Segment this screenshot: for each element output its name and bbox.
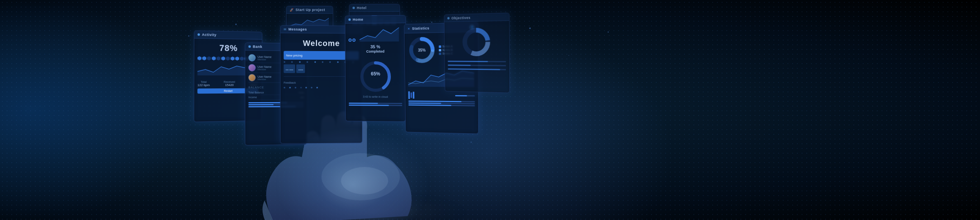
messages-title: Messages <box>289 27 307 31</box>
stat-bar-1 <box>408 91 410 99</box>
dot-3 <box>299 61 301 63</box>
total-balance-label: Total Balance <box>249 91 264 94</box>
bg-glow-left <box>0 0 196 220</box>
avatar-1 <box>249 54 256 61</box>
avatar-1-text: User Name Member <box>258 55 272 61</box>
dot2-1 <box>284 87 285 88</box>
dot-5 <box>314 61 316 63</box>
metric-total-label: Total <box>198 81 210 83</box>
dot2-2 <box>289 87 291 88</box>
home-mini-bar-fill-1 <box>349 103 378 104</box>
new-pricing-label: New pricing <box>286 53 303 57</box>
dot-8 <box>337 61 339 63</box>
obj-bar-1 <box>448 61 506 62</box>
dot2-3 <box>295 87 296 88</box>
income-label: Income <box>249 96 257 99</box>
rocket-icon: 🚀 <box>290 8 294 11</box>
circle-indicator-2 <box>352 38 356 42</box>
metric-total: Total 122 bpm <box>198 80 210 87</box>
legend-color-2 <box>439 49 441 51</box>
stats-bar-fill-3 <box>408 104 451 106</box>
bank-dot <box>249 45 251 48</box>
stats-row-1 <box>408 91 475 99</box>
completed-container: 35 % Completed <box>348 44 402 55</box>
home-dot <box>348 18 351 21</box>
panel-home: Home 35 % Completed <box>345 15 406 122</box>
startup-title: Start Up project <box>296 8 325 12</box>
avatar-2-text: User Name Member <box>258 65 272 70</box>
metric-received-value: 15420 <box>224 83 235 87</box>
messages-icon: ✉ <box>284 28 287 31</box>
tag-2: ••••• <box>296 64 305 73</box>
mini-bar-fill-2 <box>249 104 274 105</box>
stats-bottom-bars <box>408 101 475 106</box>
completed-percentage: 35 % <box>370 44 380 50</box>
objectives-list <box>448 60 506 71</box>
legend-color-3 <box>439 52 441 55</box>
hex-2 <box>202 56 206 60</box>
avatar-2 <box>249 64 256 71</box>
progress-ring-container: 65% 3:43 to write in cloud <box>348 57 402 101</box>
dot-6 <box>322 61 323 63</box>
stats-mini-bar-fill-1 <box>455 95 467 96</box>
ui-cards-area: 🚀 Start Up project Hotel <box>176 4 627 208</box>
stats-col-1 <box>408 91 415 99</box>
home-bar-rows <box>349 103 402 106</box>
stats-bar-fill-2 <box>408 103 441 104</box>
svg-text:35%: 35% <box>418 48 426 52</box>
avatar-2-name: User Name <box>258 65 272 68</box>
objectives-dot <box>447 17 450 19</box>
activity-dot <box>198 33 200 36</box>
activity-percentage: 78% <box>219 43 238 53</box>
main-scene: 🚀 Start Up project Hotel <box>0 0 980 220</box>
dot-1 <box>284 61 285 63</box>
home-title: Home <box>353 18 363 22</box>
objectives-content <box>445 21 509 73</box>
stat-bar-3 <box>413 92 414 99</box>
dot2-5 <box>305 87 307 88</box>
stats-col-2 <box>455 92 475 99</box>
dot-7 <box>329 61 331 63</box>
donut-chart: 35% <box>408 35 437 65</box>
avatar-1-role: Member <box>258 58 272 60</box>
bank-title: Bank <box>253 45 262 49</box>
tag-2-text: ••••• <box>298 68 303 71</box>
home-mini-bar-1 <box>349 103 402 104</box>
circle-indicator-1 <box>348 38 352 42</box>
home-mini-chart <box>356 26 403 42</box>
progress-ring-svg: 65% <box>358 59 393 94</box>
home-header: Home <box>345 16 406 24</box>
stats-bar-row-3 <box>408 104 475 106</box>
hex-9 <box>235 57 239 60</box>
hex-7 <box>226 57 230 60</box>
stats-mini-bar-1 <box>455 95 475 96</box>
dot-4 <box>307 61 308 63</box>
obj-bar-3 <box>448 68 506 70</box>
stats-icon: ✕ <box>407 27 410 30</box>
feedback-label: Feedback <box>284 81 296 84</box>
hex-10 <box>240 57 244 60</box>
activity-title: Activity <box>202 33 216 37</box>
hex-4 <box>212 57 216 60</box>
obj-bar-fill-3 <box>448 68 500 70</box>
avatar-3 <box>249 74 256 81</box>
hotel-title: Hotel <box>357 6 367 10</box>
hex-3 <box>207 56 211 60</box>
home-bars-container <box>348 26 402 42</box>
stats-bar-fill-1 <box>408 101 461 102</box>
avatar-3-role: Member <box>258 78 272 80</box>
obj-bar-fill-1 <box>448 61 488 62</box>
hex-5 <box>216 57 220 60</box>
avatar-3-name: User Name <box>258 75 272 78</box>
cloud-label: 3:43 to write in cloud <box>363 95 388 98</box>
objectives-title: Objectives <box>452 16 471 20</box>
stats-bar-row-1 <box>408 101 475 103</box>
statistics-title: Statistics <box>412 26 429 31</box>
startup-header: 🚀 Start Up project <box>287 6 333 14</box>
tag-1-text: ••• •••• <box>286 68 293 71</box>
stat-bar-2 <box>410 92 412 98</box>
home-content: 35 % Completed <box>345 23 406 109</box>
dot2-4 <box>300 87 301 88</box>
legend-color-1 <box>439 45 441 48</box>
metric-total-value: 122 bpm <box>198 83 210 87</box>
